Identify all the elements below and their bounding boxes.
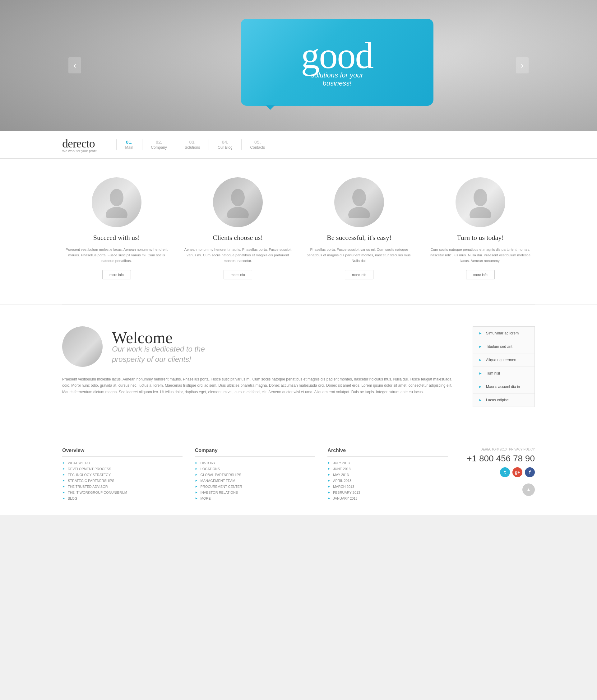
footer-link-label: STRATEGIC PARTNERSHIPS [68, 479, 114, 482]
footer-link-footer-overview-links-2[interactable]: ► TECHNOLOGY STRATEGY [62, 473, 183, 477]
sidebar-item-2[interactable]: ► Aliqua ngueermen [473, 353, 535, 367]
footer-link-footer-company-links-5[interactable]: ► INVESTOR RELATIONS [195, 491, 315, 494]
sidebar-item-3[interactable]: ► Tum nisl [473, 367, 535, 380]
footer-archive-title: Archive [328, 448, 448, 457]
svg-point-0 [110, 189, 124, 206]
footer-link-footer-overview-links-5[interactable]: ► THE IT-WORKGROUP CONUNIBRUM [62, 491, 183, 494]
footer-link-footer-overview-links-1[interactable]: ► DEVELOPMENT PROCESS [62, 467, 183, 471]
footer-link-footer-company-links-4[interactable]: ► PROCUREMENT CENTER [195, 485, 315, 489]
footer-link-footer-company-links-0[interactable]: ► HISTORY [195, 461, 315, 465]
svg-point-4 [352, 189, 366, 206]
footer-link-footer-overview-links-3[interactable]: ► STRATEGIC PARTNERSHIPS [62, 479, 183, 482]
footer-link-footer-archive-links-4[interactable]: ► MARCH 2013 [328, 485, 448, 489]
nav-item-contacts[interactable]: 05. Contacts [241, 140, 274, 150]
sidebar-item-4[interactable]: ► Mauris accuml dia in [473, 380, 535, 394]
nav-label-4: Contacts [250, 145, 265, 150]
footer-link-arrow-icon: ► [328, 491, 331, 494]
footer-link-arrow-icon: ► [195, 485, 198, 488]
twitter-icon[interactable]: t [500, 467, 510, 477]
footer-link-label: JANUARY 2013 [333, 497, 357, 500]
sidebar-label-3: Tum nisl [486, 371, 500, 376]
feature-circle-2 [334, 177, 384, 227]
footer-link-label: FEBRUARY 2013 [333, 491, 360, 494]
sidebar-item-0[interactable]: ► Simulvinar ac lorem [473, 327, 535, 340]
footer-link-footer-archive-links-1[interactable]: ► JUNE 2013 [328, 467, 448, 471]
footer-link-footer-overview-links-4[interactable]: ► THE TRUSTED ADVISOR [62, 485, 183, 489]
footer-company-title: Company [195, 448, 315, 457]
footer-link-footer-overview-links-0[interactable]: ► WHAT WE DO [62, 461, 183, 465]
footer-link-arrow-icon: ► [62, 485, 65, 488]
sidebar-item-1[interactable]: ► Tibulum sed ant [473, 340, 535, 353]
sidebar-item-5[interactable]: ► Lacus edipisc [473, 394, 535, 407]
welcome-right: ► Simulvinar ac lorem ► Tibulum sed ant … [473, 326, 535, 407]
sidebar-arrow-icon-4: ► [478, 384, 482, 389]
footer-link-footer-archive-links-0[interactable]: ► JULY 2013 [328, 461, 448, 465]
svg-point-6 [473, 189, 487, 206]
footer-link-arrow-icon: ► [195, 497, 198, 500]
nav-items: 01. Main 02. Company 03. Solutions 04. O… [116, 140, 274, 150]
nav-item-main[interactable]: 01. Main [116, 140, 142, 150]
hero-next-button[interactable]: › [516, 57, 528, 73]
footer-link-footer-archive-links-2[interactable]: ► MAY 2013 [328, 473, 448, 477]
hero-section: ‹ good solutions for yourbusiness! › [0, 0, 597, 131]
feature-desc-1: Aenean nonummy hendrerit mauris. Phasell… [183, 247, 292, 264]
social-icons: t g+ f [460, 467, 535, 477]
bubble-subtitle: solutions for yourbusiness! [311, 71, 363, 88]
footer-link-footer-company-links-6[interactable]: ► MORE [195, 497, 315, 500]
svg-point-3 [227, 207, 249, 218]
scroll-top-button[interactable]: ▲ [522, 483, 535, 496]
more-info-button-2[interactable]: more info [345, 270, 373, 279]
svg-point-5 [348, 207, 370, 218]
footer-link-footer-archive-links-5[interactable]: ► FEBRUARY 2013 [328, 491, 448, 494]
svg-point-2 [231, 189, 245, 206]
sidebar-label-5: Lacus edipisc [486, 398, 509, 402]
footer-link-footer-archive-links-3[interactable]: ► APRIL 2013 [328, 479, 448, 482]
footer-link-footer-company-links-2[interactable]: ► GLOBAL PARTNERSHIPS [195, 473, 315, 477]
footer-link-arrow-icon: ► [195, 491, 198, 494]
facebook-icon[interactable]: f [525, 467, 535, 477]
navbar: derecto We work for your profit. 01. Mai… [0, 131, 597, 159]
sidebar-arrow-icon-3: ► [478, 371, 482, 376]
footer-link-arrow-icon: ► [328, 473, 331, 476]
google-plus-icon[interactable]: g+ [513, 467, 522, 477]
welcome-body: Praesent vestibulum molestie lacus. Aene… [62, 376, 454, 395]
logo-text: derecto [62, 136, 98, 150]
svg-point-7 [469, 207, 491, 218]
sidebar-label-4: Mauris accuml dia in [486, 384, 520, 389]
footer-link-label: MARCH 2013 [333, 485, 354, 489]
svg-point-1 [106, 207, 128, 218]
footer-link-arrow-icon: ► [195, 479, 198, 482]
footer-overview-title: Overview [62, 448, 183, 457]
footer-link-footer-archive-links-6[interactable]: ► JANUARY 2013 [328, 497, 448, 500]
hero-prev-button[interactable]: ‹ [69, 57, 81, 73]
nav-item-solutions[interactable]: 03. Solutions [176, 140, 209, 150]
footer-link-arrow-icon: ► [62, 467, 65, 470]
footer-link-footer-overview-links-6[interactable]: ► BLOG [62, 497, 183, 500]
more-info-button-3[interactable]: more info [466, 270, 495, 279]
footer-link-arrow-icon: ► [328, 497, 331, 500]
more-info-button-0[interactable]: more info [102, 270, 131, 279]
welcome-left: Welcome Our work is dedicated to thepros… [62, 326, 454, 407]
sidebar-label-0: Simulvinar ac lorem [486, 331, 519, 335]
footer-link-arrow-icon: ► [62, 473, 65, 476]
footer-link-arrow-icon: ► [328, 485, 331, 488]
footer-link-label: PROCUREMENT CENTER [201, 485, 242, 489]
footer-link-label: WHAT WE DO [68, 461, 90, 465]
nav-item-company[interactable]: 02. Company [142, 140, 176, 150]
more-info-button-1[interactable]: more info [224, 270, 252, 279]
bubble-word: good [301, 37, 373, 74]
sidebar-arrow-icon-2: ► [478, 358, 482, 362]
footer-company-col: Company ► HISTORY ► LOCATIONS ► GLOBAL P… [195, 448, 315, 502]
footer-link-footer-company-links-1[interactable]: ► LOCATIONS [195, 467, 315, 471]
feature-title-1: Clients choose us! [213, 233, 263, 242]
welcome-top: Welcome Our work is dedicated to thepros… [62, 326, 454, 367]
welcome-circle [62, 326, 103, 367]
nav-item-our-blog[interactable]: 04. Our Blog [209, 140, 241, 150]
logo-tagline: We work for your profit. [62, 149, 98, 153]
footer-link-footer-company-links-3[interactable]: ► MANAGEMENT TEAM [195, 479, 315, 482]
footer-link-arrow-icon: ► [195, 473, 198, 476]
footer-link-label: GLOBAL PARTNERSHIPS [201, 473, 241, 477]
nav-num-4: 05. [254, 140, 261, 145]
nav-num-0: 01. [126, 140, 132, 145]
footer-phone: +1 800 456 78 90 [460, 454, 535, 464]
